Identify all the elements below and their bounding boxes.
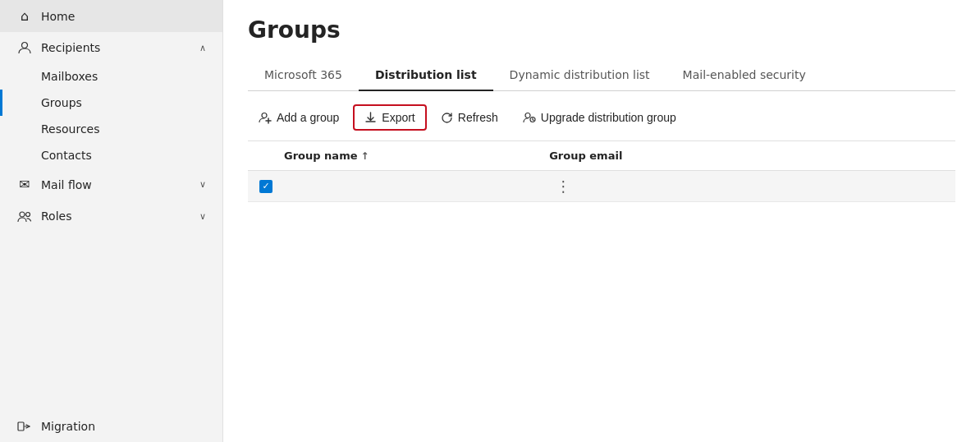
row-group-email: ⋮ — [549, 177, 955, 195]
tab-microsoft365[interactable]: Microsoft 365 — [248, 60, 359, 91]
sidebar-item-label: Home — [41, 10, 206, 23]
upgrade-label: Upgrade distribution group — [541, 111, 676, 124]
refresh-icon — [441, 112, 453, 124]
tab-dynamic-distribution-list[interactable]: Dynamic distribution list — [493, 60, 666, 91]
home-icon: ⌂ — [16, 8, 33, 24]
export-button[interactable]: Export — [353, 104, 426, 131]
kebab-menu-icon[interactable]: ⋮ — [549, 177, 577, 195]
sidebar-item-label: Mailboxes — [41, 70, 98, 83]
sidebar-item-label: Recipients — [41, 41, 191, 54]
sidebar-item-migration[interactable]: Migration — [0, 411, 222, 442]
svg-rect-3 — [18, 422, 24, 430]
header-group-name[interactable]: Group name ↑ — [284, 150, 549, 162]
sidebar: ⌂ Home Recipients ∧ Mailboxes Groups Res… — [0, 0, 223, 442]
row-checkbox[interactable]: ✓ — [248, 180, 284, 193]
migration-icon — [16, 419, 33, 434]
tab-mail-enabled-security[interactable]: Mail-enabled security — [666, 60, 822, 91]
sidebar-item-label: Groups — [41, 96, 82, 109]
upgrade-button[interactable]: Upgrade distribution group — [512, 105, 687, 130]
sidebar-item-label: Roles — [41, 209, 191, 223]
sidebar-item-label: Migration — [41, 420, 206, 433]
upgrade-icon — [523, 111, 536, 124]
sidebar-item-home[interactable]: ⌂ Home — [0, 0, 222, 32]
add-group-button[interactable]: Add a group — [248, 105, 350, 130]
svg-point-2 — [26, 213, 30, 217]
sidebar-item-groups[interactable]: Groups — [0, 90, 222, 116]
sidebar-item-recipients[interactable]: Recipients ∧ — [0, 32, 222, 63]
add-group-icon — [259, 111, 272, 124]
refresh-button[interactable]: Refresh — [430, 105, 509, 130]
recipients-icon — [16, 40, 33, 55]
svg-point-1 — [20, 212, 25, 217]
svg-point-7 — [525, 113, 530, 118]
table-header: Group name ↑ Group email — [248, 141, 955, 171]
sidebar-item-label: Mail flow — [41, 178, 191, 191]
tab-distribution-list[interactable]: Distribution list — [359, 60, 493, 91]
chevron-down-icon: ∨ — [199, 179, 206, 190]
svg-point-0 — [22, 43, 28, 48]
sidebar-item-mailboxes[interactable]: Mailboxes — [0, 63, 222, 90]
sidebar-item-contacts[interactable]: Contacts — [0, 142, 222, 168]
roles-icon — [16, 209, 33, 223]
svg-point-4 — [262, 113, 267, 118]
checkbox-checked-icon: ✓ — [259, 180, 272, 193]
main-content: Groups Microsoft 365 Distribution list D… — [223, 0, 980, 442]
sidebar-item-roles[interactable]: Roles ∨ — [0, 200, 222, 232]
sidebar-item-mail-flow[interactable]: ✉ Mail flow ∨ — [0, 168, 222, 200]
header-group-email[interactable]: Group email — [549, 150, 955, 162]
chevron-down-icon: ∨ — [199, 211, 206, 222]
toolbar: Add a group Export Refresh — [248, 91, 955, 141]
export-icon — [364, 112, 377, 124]
add-group-label: Add a group — [277, 111, 339, 124]
table-container: Group name ↑ Group email ✓ ⋮ — [248, 141, 955, 442]
sidebar-item-resources[interactable]: Resources — [0, 116, 222, 142]
page-title: Groups — [248, 16, 955, 44]
sort-arrow-icon: ↑ — [361, 150, 369, 162]
table-row: ✓ ⋮ — [248, 171, 955, 202]
refresh-label: Refresh — [458, 111, 498, 124]
chevron-up-icon: ∧ — [199, 43, 206, 53]
mail-flow-icon: ✉ — [16, 177, 33, 192]
sidebar-item-label: Resources — [41, 122, 100, 136]
tab-bar: Microsoft 365 Distribution list Dynamic … — [248, 60, 955, 91]
sidebar-item-label: Contacts — [41, 149, 92, 162]
export-label: Export — [382, 111, 414, 124]
